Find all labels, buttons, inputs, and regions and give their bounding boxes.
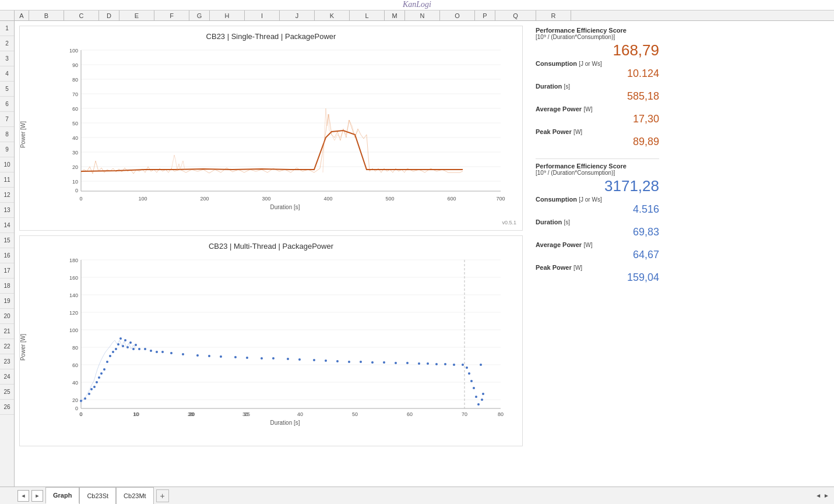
tab-scroll-controls: ◄ ► [815, 492, 829, 499]
svg-point-75 [103, 368, 105, 371]
col-header-k: K [315, 10, 350, 20]
tab-scroll-left-icon[interactable]: ◄ [815, 492, 821, 499]
row-num-spacer [0, 10, 15, 20]
tab-nav-prev[interactable]: ◄ [17, 490, 29, 502]
svg-text:10: 10 [133, 411, 139, 417]
col-header-l: L [350, 10, 385, 20]
multi-duration-value: 69,83 [536, 226, 659, 238]
multi-duration-label-text: Duration [536, 218, 562, 225]
multi-thread-stats: Performance Efficiency Score [10⁹ / (Dur… [536, 163, 659, 286]
svg-text:0: 0 [79, 411, 82, 417]
svg-point-122 [473, 387, 475, 389]
svg-point-68 [84, 397, 86, 400]
tab-cb23mt[interactable]: Cb23Mt [116, 487, 154, 504]
svg-point-124 [477, 403, 480, 406]
svg-point-88 [138, 348, 140, 350]
svg-text:80: 80 [72, 345, 78, 351]
svg-point-98 [234, 356, 237, 358]
single-duration-unit: [s] [564, 83, 571, 90]
multi-peak-power-label-container: Peak Power [W] [536, 263, 659, 272]
tab-bar: ◄ ► GraphCb23StCb23Mt + ◄ ► [0, 487, 834, 504]
svg-point-114 [427, 362, 429, 365]
row-num-21: 21 [0, 324, 14, 339]
svg-point-119 [466, 366, 468, 369]
svg-point-69 [88, 393, 90, 395]
row-num-18: 18 [0, 279, 14, 294]
multi-avg-power-label-text: Average Power [536, 241, 582, 248]
svg-point-72 [96, 381, 98, 383]
stats-panel: Performance Efficiency Score [10⁹ / (Dur… [527, 21, 667, 487]
single-consumption-field: Consumption [J or Ws] 10.124 [536, 59, 659, 80]
svg-text:700: 700 [496, 196, 505, 202]
col-headers-container: ABCDEFGHIJKLMNOPQR [15, 10, 834, 20]
single-duration-field: Duration [s] 585,18 [536, 82, 659, 103]
svg-text:60: 60 [72, 362, 78, 368]
col-header-d: D [99, 10, 119, 20]
multi-thread-chart-title: CB23 | Multi-Thread | PackagePower [26, 242, 516, 251]
single-peak-power-unit: [W] [573, 129, 582, 135]
multi-thread-chart-container: CB23 | Multi-Thread | PackagePower Power… [19, 235, 523, 446]
svg-text:600: 600 [447, 196, 456, 202]
svg-text:60: 60 [72, 106, 78, 112]
row-num-5: 5 [0, 82, 14, 97]
svg-text:0: 0 [75, 188, 78, 193]
svg-point-90 [150, 350, 152, 352]
row-num-3: 3 [0, 51, 14, 66]
svg-point-110 [383, 361, 385, 364]
sheet-content: CB23 | Single-Thread | PackagePower Powe… [15, 21, 834, 487]
multi-consumption-unit: [J or Ws] [579, 196, 601, 203]
svg-point-86 [132, 348, 135, 350]
single-peak-power-label-container: Peak Power [W] [536, 128, 659, 136]
single-consumption-label-text: Consumption [536, 60, 577, 67]
svg-text:300: 300 [262, 196, 270, 202]
multi-peak-power-unit: [W] [573, 265, 582, 271]
col-header-q: Q [495, 10, 536, 20]
tab-add-button[interactable]: + [156, 489, 169, 502]
multi-consumption-label-container: Consumption [J or Ws] [536, 195, 659, 203]
multi-consumption-field: Consumption [J or Ws] 4.516 [536, 195, 659, 216]
row-num-17: 17 [0, 263, 14, 279]
col-header-f: F [154, 10, 189, 20]
col-header-row: ABCDEFGHIJKLMNOPQR [0, 10, 834, 21]
row-num-23: 23 [0, 354, 14, 369]
multi-avg-power-value: 64,67 [536, 249, 659, 261]
svg-point-103 [298, 358, 301, 361]
tab-scroll-right-icon[interactable]: ► [824, 492, 829, 499]
svg-text:30: 30 [72, 150, 78, 156]
single-consumption-label: Consumption [J or Ws] [536, 59, 659, 68]
stats-divider [536, 158, 659, 159]
svg-text:20: 20 [72, 397, 78, 403]
single-avg-power-field: Average Power [W] 17,30 [536, 105, 659, 125]
tab-cb23st[interactable]: Cb23St [79, 487, 116, 504]
tab-graph[interactable]: Graph [45, 487, 79, 504]
multi-consumption-label-text: Consumption [536, 196, 577, 203]
svg-point-99 [246, 357, 248, 359]
svg-point-118 [462, 364, 464, 366]
col-header-g: G [189, 10, 210, 20]
row-num-15: 15 [0, 233, 14, 248]
svg-text:80: 80 [498, 411, 504, 417]
svg-text:70: 70 [72, 91, 78, 97]
svg-point-104 [313, 359, 315, 361]
col-header-n: N [405, 10, 440, 20]
svg-point-109 [371, 361, 374, 364]
svg-point-106 [336, 360, 339, 362]
row-numbers: 1234567891011121314151617181920212223242… [0, 21, 15, 487]
multi-thread-y-label: Power [W] [20, 333, 26, 360]
single-peak-power-value: 89,89 [536, 136, 659, 148]
svg-text:50: 50 [72, 121, 78, 126]
row-num-7: 7 [0, 112, 14, 127]
svg-point-121 [470, 380, 473, 382]
col-header-o: O [440, 10, 475, 20]
svg-text:100: 100 [138, 196, 147, 202]
svg-point-100 [261, 357, 263, 360]
tab-nav-next[interactable]: ► [31, 490, 43, 502]
multi-peak-power-label-text: Peak Power [536, 264, 572, 271]
svg-point-125 [480, 364, 482, 366]
svg-point-126 [481, 399, 483, 401]
svg-point-89 [144, 348, 146, 350]
svg-point-85 [129, 341, 132, 344]
svg-point-107 [348, 361, 350, 363]
svg-point-111 [395, 362, 397, 364]
svg-point-93 [170, 352, 173, 354]
